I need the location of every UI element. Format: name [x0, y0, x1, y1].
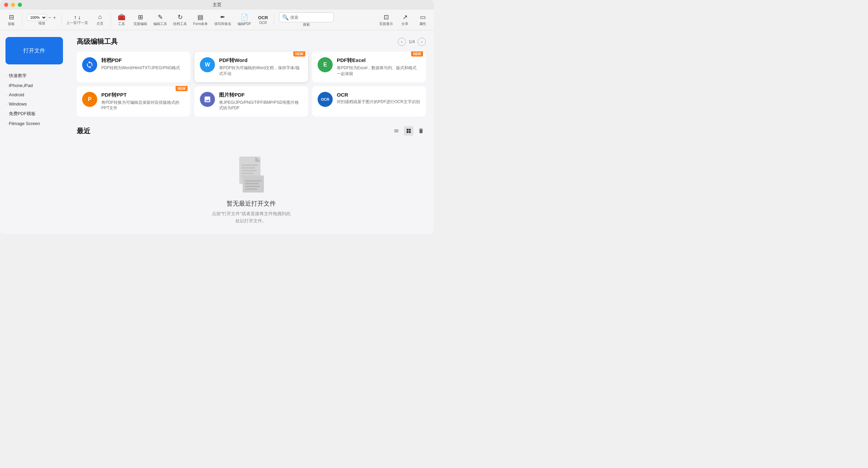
search-icon: 🔍: [282, 14, 289, 21]
svg-rect-9: [243, 175, 264, 179]
dot-icon: ·: [5, 83, 7, 88]
word-letter: W: [205, 62, 210, 68]
edit-tools-button[interactable]: ✎ 编辑工具: [151, 12, 170, 28]
zoom-label: 缩放: [38, 21, 45, 26]
delete-recent-button[interactable]: [416, 126, 426, 136]
grid-view-button[interactable]: [404, 126, 413, 136]
pdf-excel-icon: E: [318, 57, 333, 72]
edit-pdf-button[interactable]: 📄 编辑PDF: [235, 12, 254, 28]
pdf-excel-desc: 将PDF转为Excel，数据将与列、版式和格式一起保留: [337, 65, 420, 77]
page-edit-label: 页面编辑: [133, 22, 147, 26]
minimize-button[interactable]: [11, 3, 15, 7]
page-display-button[interactable]: ⊡ 页面显示: [376, 12, 396, 28]
search-input[interactable]: [290, 15, 331, 20]
edit-tools-label: 编辑工具: [153, 22, 167, 26]
zoom-out-button[interactable]: −: [48, 15, 52, 20]
zoom-control[interactable]: 100% 75% 125% 150% − + 缩放: [24, 13, 59, 27]
pdf-excel-name: PDF转Excel: [337, 57, 420, 64]
properties-icon: ▭: [420, 13, 426, 21]
open-file-button[interactable]: 打开文件: [5, 37, 63, 64]
divider-2: [61, 14, 62, 26]
tools-icon: 🧰: [118, 13, 125, 21]
sign-button[interactable]: ✒ 填写和签名: [212, 12, 234, 28]
tool-card-img-pdf[interactable]: 图片转PDF 将JPEG/JPG/PNG/TIFF/BMP/PSD等图片格式转为…: [194, 86, 308, 117]
recent-section-header: 最近: [77, 126, 426, 136]
tools-button[interactable]: 🧰 工具: [113, 12, 130, 28]
list-view-button[interactable]: [392, 126, 401, 136]
divider-4: [274, 14, 274, 26]
sidebar-link-label: Android: [9, 92, 24, 97]
form-icon: ▤: [197, 13, 203, 21]
pdf-word-name: PDF转Word: [219, 57, 303, 64]
pagination: ‹ 1/4 ›: [398, 38, 426, 46]
ocr-toolbar-label: OCR: [259, 21, 267, 25]
pdf-ppt-info: PDF转PPT 将PDF转换为可编辑且保留对应排版格式的PPT文件: [101, 92, 185, 111]
panel-icon: ⊟: [9, 13, 14, 21]
sign-label: 填写和签名: [214, 22, 231, 26]
properties-button[interactable]: ▭ 属性: [414, 12, 431, 28]
new-badge-word: NEW: [293, 51, 305, 57]
nav-button[interactable]: ↑ ↓ 上一页/下一页: [64, 13, 91, 27]
recent-title: 最近: [77, 126, 90, 136]
tool-card-ocr[interactable]: OCR OCR 对扫描档或基于图片的PDF进行OCR文字识别: [312, 86, 426, 117]
pdf-excel-info: PDF转Excel 将PDF转为Excel，数据将与列、版式和格式一起保留: [337, 57, 420, 77]
tool-card-pdf-word[interactable]: NEW W PDF转Word 将PDF转为可编辑的Word文档，保持字体/版式不…: [194, 52, 308, 82]
convert-pdf-desc: PDF转档为Word/Html/TXT/JPEG/PNG格式: [101, 65, 185, 71]
sidebar-link-android[interactable]: · Android: [5, 92, 63, 97]
empty-desc-line2: 处以打开文件。: [235, 218, 267, 223]
sidebar-link-label: iPhone,iPad: [9, 83, 33, 88]
tool-card-pdf-excel[interactable]: NEW E PDF转Excel 将PDF转为Excel，数据将与列、版式和格式一…: [312, 52, 426, 82]
home-button[interactable]: ⌂ 主页: [91, 12, 108, 27]
divider-3: [111, 14, 111, 26]
dot-icon: ·: [5, 92, 7, 97]
zoom-in-button[interactable]: +: [52, 15, 56, 20]
convert-button[interactable]: ↻ 转档工具: [170, 12, 190, 28]
share-button[interactable]: ↗ 分享: [396, 12, 413, 28]
sidebar-link-iphone[interactable]: · iPhone,iPad: [5, 83, 63, 88]
convert-pdf-name: 转档PDF: [101, 57, 185, 64]
empty-desc: 点按"打开文件"或者直接将文件拖拽到此 处以打开文件。: [212, 210, 291, 225]
svg-rect-3: [242, 164, 258, 166]
search-label: 搜索: [303, 22, 310, 27]
sidebar-link-quicktutorial[interactable]: · 快速教学: [5, 73, 63, 79]
convert-icon: ↻: [178, 13, 183, 21]
empty-title: 暂无最近打开文件: [227, 199, 276, 208]
page-edit-button[interactable]: ⊞ 页面编辑: [131, 12, 150, 28]
empty-desc-line1: 点按"打开文件"或者直接将文件拖拽到此: [212, 211, 291, 216]
svg-rect-10: [245, 180, 261, 182]
prev-page-button[interactable]: ‹: [398, 38, 406, 46]
ocr-text: OCR: [321, 97, 329, 101]
tool-card-pdf-ppt[interactable]: NEW P PDF转PPT 将PDF转换为可编辑且保留对应排版格式的PPT文件: [77, 86, 190, 117]
sidebar-link-filmage[interactable]: · Filmage Screen: [5, 121, 63, 126]
panel-button[interactable]: ⊟ 面板: [3, 12, 20, 28]
close-button[interactable]: [4, 3, 8, 7]
next-page-button[interactable]: ›: [418, 38, 426, 46]
new-badge-ppt: NEW: [176, 86, 188, 91]
ocr-toolbar-button[interactable]: OCR OCR: [255, 14, 272, 26]
sidebar-link-label: Windows: [9, 101, 27, 107]
sidebar-link-windows[interactable]: · Windows: [5, 101, 63, 107]
form-button[interactable]: ▤ Form表单: [190, 12, 210, 28]
share-icon: ↗: [403, 13, 408, 21]
home-label: 主页: [97, 21, 103, 26]
ppt-letter: P: [88, 96, 92, 102]
share-label: 分享: [401, 22, 408, 26]
tool-card-convert-pdf[interactable]: 转档PDF PDF转档为Word/Html/TXT/JPEG/PNG格式: [77, 52, 190, 82]
img-pdf-info: 图片转PDF 将JPEG/JPG/PNG/TIFF/BMP/PSD等图片格式转为…: [219, 92, 303, 111]
dot-icon: ·: [5, 73, 7, 78]
zoom-select[interactable]: 100% 75% 125% 150%: [27, 14, 47, 21]
sidebar-links: · 快速教学 · iPhone,iPad · Android · Windows…: [5, 73, 63, 126]
dot-icon: ·: [5, 111, 7, 116]
pdf-word-info: PDF转Word 将PDF转为可编辑的Word文档，保持字体/版式不动: [219, 57, 303, 77]
new-badge-excel: NEW: [411, 51, 423, 57]
search-box[interactable]: 🔍: [279, 12, 334, 22]
ocr-desc: 对扫描档或基于图片的PDF进行OCR文字识别: [337, 99, 420, 105]
img-pdf-icon: [200, 92, 215, 107]
svg-rect-13: [245, 188, 257, 190]
recent-actions: [392, 126, 426, 136]
empty-state: 暂无最近打开文件 点按"打开文件"或者直接将文件拖拽到此 处以打开文件。: [77, 141, 426, 234]
sidebar-link-templates[interactable]: · 免费PDF模板: [5, 111, 63, 117]
maximize-button[interactable]: [18, 3, 22, 7]
page-display-label: 页面显示: [379, 22, 393, 26]
excel-letter: E: [323, 62, 327, 68]
